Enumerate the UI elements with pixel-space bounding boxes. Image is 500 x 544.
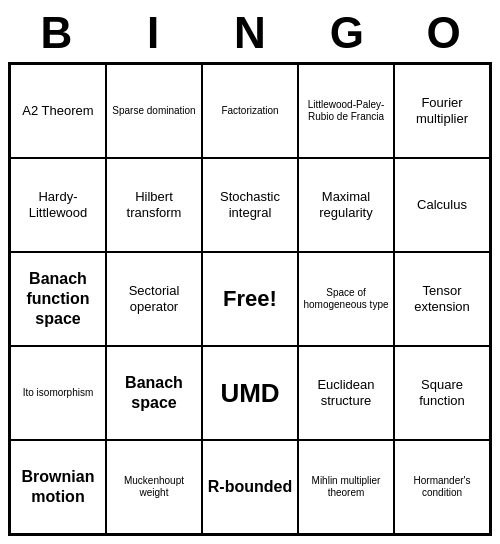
letter-b: B [8,8,105,58]
cell-7: Stochastic integral [202,158,298,252]
cell-15: Ito isomorphism [10,346,106,440]
bingo-title: B I N G O [8,8,492,58]
cell-17: UMD [202,346,298,440]
cell-3: Littlewood-Paley-Rubio de Francia [298,64,394,158]
cell-23: Mihlin multiplier theorem [298,440,394,534]
cell-6: Hilbert transform [106,158,202,252]
cell-22: R-bounded [202,440,298,534]
cell-20: Brownian motion [10,440,106,534]
cell-16: Banach space [106,346,202,440]
cell-5: Hardy-Littlewood [10,158,106,252]
letter-i: I [105,8,202,58]
cell-10: Banach function space [10,252,106,346]
cell-11: Sectorial operator [106,252,202,346]
cell-21: Muckenhoupt weight [106,440,202,534]
cell-14: Tensor extension [394,252,490,346]
cell-0: A2 Theorem [10,64,106,158]
cell-9: Calculus [394,158,490,252]
cell-13: Space of homogeneous type [298,252,394,346]
cell-8: Maximal regularity [298,158,394,252]
letter-n: N [202,8,299,58]
cell-1: Sparse domination [106,64,202,158]
cell-4: Fourier multiplier [394,64,490,158]
letter-o: O [395,8,492,58]
cell-12-free: Free! [202,252,298,346]
cell-2: Factorization [202,64,298,158]
cell-24: Hormander's condition [394,440,490,534]
cell-18: Euclidean structure [298,346,394,440]
letter-g: G [298,8,395,58]
cell-19: Square function [394,346,490,440]
bingo-grid: A2 Theorem Sparse domination Factorizati… [8,62,492,536]
